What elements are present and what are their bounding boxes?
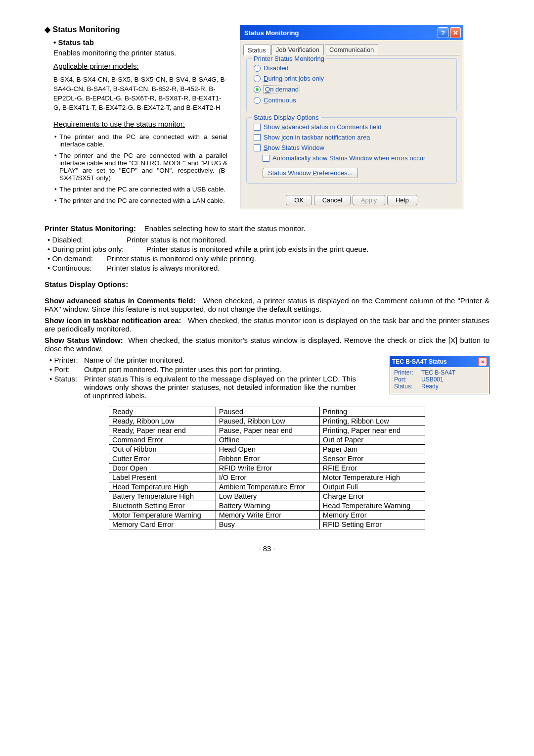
section-title-text: Status Monitoring <box>52 25 120 34</box>
radio-continuous[interactable]: Continuous <box>254 96 451 104</box>
status-monitoring-dialog: Status Monitoring ? ✕ Status Job Verific… <box>240 25 463 209</box>
sw-printer-label: Printer: <box>394 369 421 376</box>
table-cell: Paused <box>216 407 319 417</box>
status-win-title: TEC B-SA4T Status <box>392 358 478 365</box>
sdo-item-label: • Status: <box>49 375 84 400</box>
table-row: Motor Temperature WarningMemory Write Er… <box>109 511 425 520</box>
close-icon[interactable]: ✕ <box>478 357 487 366</box>
table-cell: Charge Error <box>319 492 425 501</box>
table-cell: Memory Card Error <box>109 520 216 529</box>
chk-advanced-status[interactable]: Show advanced status in Comments field <box>254 123 451 131</box>
table-cell: Head Open <box>216 445 319 454</box>
psm-item-text: Printer status is monitored only while p… <box>107 254 256 263</box>
table-cell: Memory Error <box>319 511 425 520</box>
req-item: •The printer and the PC are connected wi… <box>54 186 227 193</box>
status-tab-desc: Enables monitoring the printer status. <box>53 48 227 57</box>
requirements-list: •The printer and the PC are connected wi… <box>54 133 227 204</box>
table-cell: Head Temperature Warning <box>319 501 425 511</box>
tab-communication[interactable]: Communication <box>325 44 378 55</box>
table-cell: Ribbon Error <box>216 454 319 464</box>
table-row: Memory Card ErrorBusyRFID Setting Error <box>109 520 425 529</box>
chk-taskbar-icon[interactable]: Show icon in taskbar notification area <box>254 134 451 141</box>
tab-job-verification[interactable]: Job Verification <box>271 44 324 55</box>
table-cell: Motor Temperature High <box>319 473 425 482</box>
table-cell: Sensor Error <box>319 454 425 464</box>
table-row: Head Temperature HighAmbient Temperature… <box>109 482 425 492</box>
req-item: •The printer and the PC are connected wi… <box>54 197 227 204</box>
tab-status[interactable]: Status <box>243 45 270 55</box>
dialog-title: Status Monitoring <box>244 29 436 37</box>
status-mini-window: TEC B-SA4T Status ✕ Printer:TEC B-SA4T P… <box>390 356 490 394</box>
table-cell: RFIE Error <box>319 464 425 473</box>
close-icon[interactable]: ✕ <box>450 27 461 38</box>
table-row: Cutter ErrorRibbon ErrorSensor Error <box>109 454 425 464</box>
psm-desc: Enables selecting how to start the statu… <box>144 224 306 233</box>
table-cell: Printing <box>319 407 425 417</box>
status-display-options-group: Status Display Options Show advanced sta… <box>246 117 457 184</box>
table-cell: RFID Setting Error <box>319 520 425 529</box>
table-cell: Motor Temperature Warning <box>109 511 216 520</box>
printer-status-monitoring-group: Printer Status Monitoring Disabled Durin… <box>246 58 457 112</box>
psm-item-label: • On demand: <box>47 254 107 263</box>
req-item: •The printer and the PC are connected wi… <box>54 133 227 148</box>
table-cell: Memory Write Error <box>216 511 319 520</box>
help-icon[interactable]: ? <box>438 27 448 38</box>
sw-printer-value: TEC B-SA4T <box>421 369 455 376</box>
table-cell: Printing, Paper near end <box>319 426 425 435</box>
table-row: Label PresentI/O ErrorMotor Temperature … <box>109 473 425 482</box>
table-cell: Ready <box>109 407 216 417</box>
table-cell: Offline <box>216 435 319 445</box>
page-number: - 83 - <box>44 544 490 553</box>
help-button[interactable]: Help <box>387 195 417 205</box>
table-cell: Head Temperature High <box>109 482 216 492</box>
psm-item-text: Printer status is monitored while a prin… <box>146 245 368 253</box>
psm-item-label: • During print jobs only: <box>47 245 146 253</box>
psm-item-text: Printer status is not monitored. <box>127 236 227 244</box>
table-cell: Ready, Ribbon Low <box>109 417 216 426</box>
psm-item-label: • Disabled: <box>47 236 127 244</box>
table-cell: Battery Warning <box>216 501 319 511</box>
sw-port-value: USB001 <box>421 376 444 383</box>
chk-auto-show[interactable]: Automatically show Status Window when er… <box>263 154 451 162</box>
cancel-button[interactable]: Cancel <box>314 195 351 205</box>
table-cell: Command Error <box>109 435 216 445</box>
applicable-label: Applicable printer models: <box>53 62 227 70</box>
psm-item-label: • Continuous: <box>47 264 107 272</box>
diamond-icon: ◆ <box>44 25 50 34</box>
sdo-adv-para: Show advanced status in Comments field: … <box>44 296 490 313</box>
table-cell: Pause, Paper near end <box>216 426 319 435</box>
tab-row: Status Job Verification Communication <box>243 44 460 55</box>
table-cell: I/O Error <box>216 473 319 482</box>
table-row: Ready, Ribbon LowPaused, Ribbon LowPrint… <box>109 417 425 426</box>
table-cell: Door Open <box>109 464 216 473</box>
radio-during-print[interactable]: During print jobs only <box>254 75 451 82</box>
chk-status-window[interactable]: Show Status Window <box>254 144 451 151</box>
table-row: Command ErrorOfflineOut of Paper <box>109 435 425 445</box>
table-cell: Out of Paper <box>319 435 425 445</box>
table-cell: Ambient Temperature Error <box>216 482 319 492</box>
table-cell: Output Full <box>319 482 425 492</box>
radio-disabled[interactable]: Disabled <box>254 64 451 72</box>
table-cell: Busy <box>216 520 319 529</box>
table-row: Battery Temperature HighLow BatteryCharg… <box>109 492 425 501</box>
sdo-item-label: • Printer: <box>49 356 84 364</box>
psm-heading: Printer Status Monitoring: <box>44 224 136 233</box>
table-row: Out of RibbonHead OpenPaper Jam <box>109 445 425 454</box>
table-cell: RFID Write Error <box>216 464 319 473</box>
table-row: Ready, Paper near endPause, Paper near e… <box>109 426 425 435</box>
sw-status-value: Ready <box>421 383 439 390</box>
ok-button[interactable]: OK <box>286 195 312 205</box>
applicable-models: B-SX4, B-SX4-CN, B-SX5, B-SX5-CN, B-SV4,… <box>53 75 227 113</box>
status-messages-table: ReadyPausedPrintingReady, Ribbon LowPaus… <box>109 407 425 529</box>
status-window-preferences-button[interactable]: Status Window Preferences... <box>263 168 358 178</box>
sdo-heading: Status Display Options: <box>44 280 128 288</box>
table-cell: Low Battery <box>216 492 319 501</box>
apply-button[interactable]: Apply <box>353 195 386 205</box>
sdo-item-text: Output port monitored. The printer uses … <box>84 365 281 374</box>
requirements-label: Requirements to use the status monitor: <box>53 120 227 128</box>
req-item: •The printer and the PC are connected wi… <box>54 152 227 182</box>
psm-list: • Disabled:Printer status is not monitor… <box>47 236 490 272</box>
group-legend: Status Display Options <box>252 114 321 121</box>
sdo-item-text: Name of the printer monitored. <box>84 356 184 364</box>
radio-on-demand[interactable]: On demand <box>254 85 451 94</box>
